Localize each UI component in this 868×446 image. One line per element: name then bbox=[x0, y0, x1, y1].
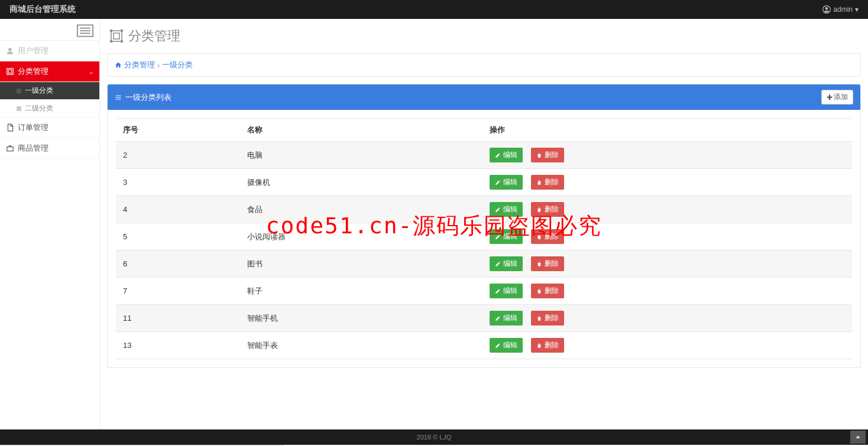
user-menu[interactable]: admin ▾ bbox=[822, 5, 859, 14]
cell-id: 3 bbox=[116, 169, 240, 196]
square-icon bbox=[17, 89, 21, 93]
delete-button[interactable]: 删除 bbox=[531, 338, 564, 353]
table-row: 4 食品 编辑 删除 bbox=[116, 196, 852, 223]
cell-actions: 编辑 删除 bbox=[482, 169, 852, 196]
svg-point-13 bbox=[121, 30, 123, 32]
topbar: 商城后台管理系统 admin ▾ bbox=[0, 0, 868, 19]
breadcrumb: 分类管理 › 一级分类 bbox=[107, 53, 861, 77]
edit-button[interactable]: 编辑 bbox=[490, 284, 523, 298]
cell-name: 摄像机 bbox=[240, 169, 482, 196]
delete-button[interactable]: 删除 bbox=[531, 284, 564, 298]
category-icon bbox=[6, 67, 14, 76]
delete-button[interactable]: 删除 bbox=[531, 229, 564, 244]
th-id: 序号 bbox=[116, 119, 240, 142]
edit-button[interactable]: 编辑 bbox=[490, 175, 523, 190]
svg-point-14 bbox=[111, 41, 112, 43]
sidebar-subitem-level2[interactable]: 二级分类 bbox=[0, 100, 99, 118]
th-actions: 操作 bbox=[482, 119, 852, 142]
sidebar: 用户管理 分类管理 ⌄ 一级分类 二级分类 订单管理 bbox=[0, 19, 100, 429]
table-row: 5 小说阅读器 编辑 删除 bbox=[116, 223, 852, 250]
edit-button[interactable]: 编辑 bbox=[490, 311, 523, 325]
cell-actions: 编辑 删除 bbox=[482, 278, 852, 305]
add-button[interactable]: ✚ 添加 bbox=[821, 90, 853, 105]
panel-title: 一级分类列表 bbox=[125, 92, 171, 103]
sidebar-submenu: 一级分类 二级分类 bbox=[0, 82, 99, 118]
edit-button[interactable]: 编辑 bbox=[490, 148, 523, 162]
svg-rect-10 bbox=[111, 31, 122, 41]
home-icon bbox=[115, 61, 122, 69]
sidebar-subitem-label: 一级分类 bbox=[25, 86, 53, 96]
briefcase-icon bbox=[6, 144, 14, 152]
cell-actions: 编辑 删除 bbox=[482, 332, 852, 359]
breadcrumb-link-level1[interactable]: 一级分类 bbox=[162, 60, 193, 70]
list-icon bbox=[115, 94, 122, 101]
edit-button[interactable]: 编辑 bbox=[490, 229, 523, 244]
delete-button[interactable]: 删除 bbox=[531, 256, 564, 271]
document-icon bbox=[6, 123, 14, 132]
panel-header: 一级分类列表 ✚ 添加 bbox=[108, 84, 860, 110]
sidebar-item-label: 用户管理 bbox=[18, 45, 48, 56]
app-brand: 商城后台管理系统 bbox=[9, 4, 76, 15]
breadcrumb-separator: › bbox=[157, 61, 160, 70]
sidebar-item-users[interactable]: 用户管理 bbox=[0, 41, 99, 61]
cell-actions: 编辑 删除 bbox=[482, 196, 852, 223]
table-row: 7 鞋子 编辑 删除 bbox=[116, 278, 852, 305]
cell-name: 电脑 bbox=[240, 142, 482, 169]
delete-button[interactable]: 删除 bbox=[531, 202, 564, 217]
delete-button[interactable]: 删除 bbox=[531, 175, 564, 190]
user-icon bbox=[6, 47, 14, 55]
cell-actions: 编辑 删除 bbox=[482, 142, 852, 169]
table-row: 13 智能手表 编辑 删除 bbox=[116, 332, 852, 359]
table-row: 2 电脑 编辑 删除 bbox=[116, 142, 852, 169]
cell-actions: 编辑 删除 bbox=[482, 223, 852, 250]
svg-rect-9 bbox=[7, 147, 14, 151]
cell-name: 鞋子 bbox=[240, 278, 482, 305]
cell-name: 智能手机 bbox=[240, 305, 482, 332]
sidebar-item-products[interactable]: 商品管理 bbox=[0, 138, 99, 159]
svg-point-1 bbox=[825, 7, 828, 10]
cell-name: 智能手表 bbox=[240, 332, 482, 359]
panel: 一级分类列表 ✚ 添加 序号 名称 操作 2 bbox=[107, 84, 861, 368]
cell-actions: 编辑 删除 bbox=[482, 305, 852, 332]
cell-id: 5 bbox=[116, 223, 240, 250]
svg-rect-8 bbox=[8, 70, 12, 73]
user-icon bbox=[822, 5, 831, 14]
sidebar-item-orders[interactable]: 订单管理 bbox=[0, 118, 99, 138]
breadcrumb-link-category[interactable]: 分类管理 bbox=[124, 60, 155, 70]
sidebar-item-label: 订单管理 bbox=[18, 122, 48, 133]
user-name: admin bbox=[833, 5, 853, 14]
edit-button[interactable]: 编辑 bbox=[490, 256, 523, 271]
cell-id: 4 bbox=[116, 196, 240, 223]
edit-button[interactable]: 编辑 bbox=[490, 338, 523, 353]
cell-id: 2 bbox=[116, 142, 240, 169]
delete-button[interactable]: 删除 bbox=[531, 148, 564, 162]
cell-name: 图书 bbox=[240, 250, 482, 278]
sidebar-item-category[interactable]: 分类管理 ⌄ bbox=[0, 61, 99, 82]
cell-name: 食品 bbox=[240, 196, 482, 223]
sidebar-toggle[interactable] bbox=[0, 19, 99, 41]
svg-point-15 bbox=[121, 41, 123, 43]
sidebar-subitem-label: 二级分类 bbox=[25, 103, 53, 113]
sidebar-item-label: 分类管理 bbox=[18, 66, 48, 77]
svg-point-6 bbox=[8, 48, 12, 51]
category-table: 序号 名称 操作 2 电脑 编辑 删除 3 摄像机 bbox=[116, 118, 852, 359]
scroll-top-button[interactable] bbox=[850, 431, 866, 444]
caret-down-icon: ▾ bbox=[855, 5, 859, 14]
square-icon bbox=[17, 106, 21, 111]
table-row: 3 摄像机 编辑 删除 bbox=[116, 169, 852, 196]
table-row: 6 图书 编辑 删除 bbox=[116, 250, 852, 278]
main-content: 分类管理 分类管理 › 一级分类 一级分类列表 ✚ 添加 bbox=[100, 19, 868, 429]
chevron-down-icon: ⌄ bbox=[89, 69, 93, 75]
svg-point-12 bbox=[111, 30, 112, 32]
footer: 2018 © LJQ bbox=[0, 429, 868, 445]
cell-id: 11 bbox=[116, 305, 240, 332]
svg-rect-7 bbox=[7, 69, 14, 75]
cell-id: 13 bbox=[116, 332, 240, 359]
edit-button[interactable]: 编辑 bbox=[490, 202, 523, 217]
sidebar-subitem-level1[interactable]: 一级分类 bbox=[0, 82, 99, 100]
delete-button[interactable]: 删除 bbox=[531, 311, 564, 325]
svg-rect-11 bbox=[114, 33, 119, 39]
footer-text: 2018 © LJQ bbox=[417, 434, 452, 441]
cell-actions: 编辑 删除 bbox=[482, 250, 852, 278]
cell-id: 6 bbox=[116, 250, 240, 278]
